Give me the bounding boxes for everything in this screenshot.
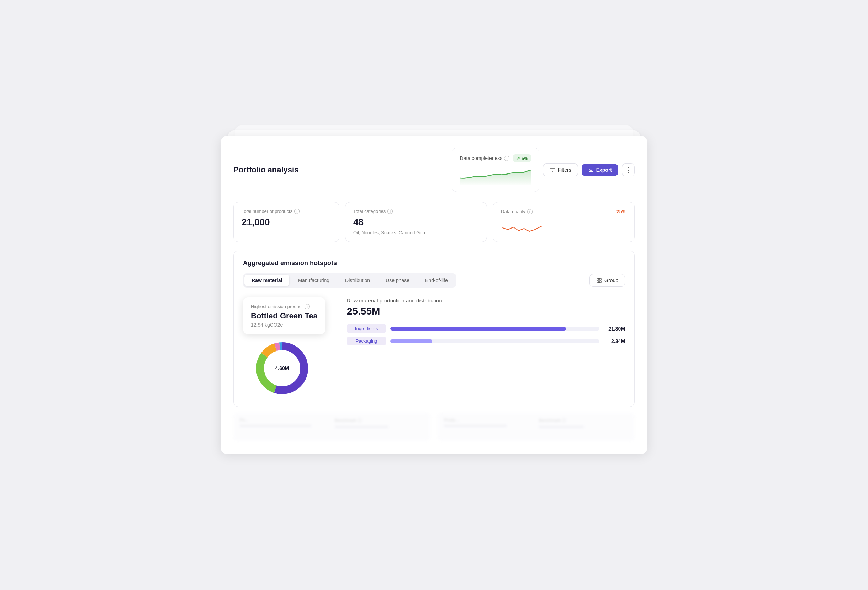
export-icon <box>588 167 594 173</box>
export-button[interactable]: Export <box>582 164 618 176</box>
filters-button[interactable]: Filters <box>543 163 578 176</box>
left-panel: Highest emission product i Bottled Green… <box>243 297 335 397</box>
raw-material-title: Raw material production and distribution <box>347 297 625 303</box>
page-title: Portfolio analysis <box>233 165 298 175</box>
group-button[interactable]: Group <box>589 274 625 287</box>
ingredients-fill <box>390 327 566 331</box>
completeness-info-icon: i <box>504 156 509 161</box>
dq-badge: ↓ 25% <box>613 209 626 214</box>
bottom-left-label1: Po... <box>240 418 329 422</box>
ingredients-track <box>390 327 599 331</box>
raw-material-value: 25.55M <box>347 306 625 317</box>
products-info-icon: i <box>294 209 300 214</box>
svg-rect-3 <box>597 278 599 280</box>
bottom-left-bar1 <box>240 425 311 427</box>
header-row: Portfolio analysis Data completeness i ↗… <box>233 147 635 192</box>
tooltip-label: Highest emission product i <box>251 304 318 309</box>
packaging-bar-row: Packaging 2.34M <box>347 337 625 346</box>
bottom-left-bar2 <box>335 426 388 428</box>
tabs-row: Raw material Manufacturing Distribution … <box>243 273 625 287</box>
bottom-card-right: Produ... Benchmark ⓘ <box>438 413 635 441</box>
tab-manufacturing[interactable]: Manufacturing <box>291 275 337 286</box>
ingredients-value: 21.30M <box>604 326 625 332</box>
header-actions: Data completeness i ↗ 5% <box>452 147 635 192</box>
packaging-track <box>390 340 599 343</box>
dq-chart <box>501 217 626 235</box>
filters-icon <box>550 167 555 173</box>
completeness-chart <box>460 166 531 185</box>
bottom-card-left: Po... Benchmark ⓘ <box>233 413 430 441</box>
products-value: 21,000 <box>242 217 331 228</box>
packaging-fill <box>390 340 432 343</box>
categories-subtitle: Oil, Noodles, Snacks, Canned Goo... <box>353 230 479 235</box>
categories-label: Total categories i <box>353 209 479 214</box>
content-area: Highest emission product i Bottled Green… <box>243 297 625 397</box>
stats-row: Total number of products i 21,000 Total … <box>233 202 635 242</box>
tab-raw-material[interactable]: Raw material <box>244 275 289 286</box>
dq-label: Data quality i ↓ 25% <box>501 209 626 214</box>
tooltip-value: 12.94 kgCO2e <box>251 322 318 328</box>
ingredients-chip: Ingredients <box>347 324 386 333</box>
bottom-left-label2: Benchmark ⓘ <box>335 418 424 424</box>
bottom-right-label2: Benchmark ⓘ <box>539 418 628 424</box>
packaging-chip: Packaging <box>347 337 386 346</box>
completeness-badge: ↗ 5% <box>513 154 531 162</box>
svg-rect-6 <box>599 281 601 282</box>
dq-svg <box>501 217 543 235</box>
bottom-section: Po... Benchmark ⓘ Produ... Benchmark ⓘ <box>233 413 635 441</box>
dq-info-icon: i <box>527 209 533 214</box>
total-categories-card: Total categories i 48 Oil, Noodles, Snac… <box>345 202 487 242</box>
completeness-label: Data completeness i <box>460 155 510 161</box>
tab-use-phase[interactable]: Use phase <box>378 275 416 286</box>
more-button[interactable]: ⋮ <box>622 163 635 176</box>
completeness-header: Data completeness i ↗ 5% <box>460 154 531 162</box>
svg-rect-5 <box>597 281 599 282</box>
main-card: Portfolio analysis Data completeness i ↗… <box>221 136 647 454</box>
bottom-right-bar1 <box>444 425 506 427</box>
products-label: Total number of products i <box>242 209 331 214</box>
tab-end-of-life[interactable]: End-of-life <box>418 275 455 286</box>
group-icon <box>596 278 602 283</box>
ingredients-bar-row: Ingredients 21.30M <box>347 324 625 333</box>
tooltip-info-icon: i <box>304 304 310 309</box>
categories-value: 48 <box>353 217 479 228</box>
donut-center-label: 4.60M <box>275 365 289 371</box>
packaging-value: 2.34M <box>604 338 625 344</box>
completeness-card: Data completeness i ↗ 5% <box>452 147 539 192</box>
tooltip-card: Highest emission product i Bottled Green… <box>243 297 326 334</box>
svg-rect-4 <box>599 278 601 280</box>
total-products-card: Total number of products i 21,000 <box>233 202 340 242</box>
tooltip-product: Bottled Green Tea <box>251 311 318 321</box>
hotspots-title: Aggregated emission hotspots <box>243 259 625 267</box>
tabs-list: Raw material Manufacturing Distribution … <box>243 273 456 287</box>
hotspots-section: Aggregated emission hotspots Raw materia… <box>233 250 635 407</box>
donut-wrapper: 4.60M <box>254 340 310 397</box>
data-quality-card: Data quality i ↓ 25% <box>493 202 635 242</box>
tab-distribution[interactable]: Distribution <box>338 275 377 286</box>
bottom-right-bar2 <box>539 426 584 428</box>
bottom-right-label1: Produ... <box>444 418 533 422</box>
categories-info-icon: i <box>387 209 393 214</box>
right-panel: Raw material production and distribution… <box>347 297 625 349</box>
